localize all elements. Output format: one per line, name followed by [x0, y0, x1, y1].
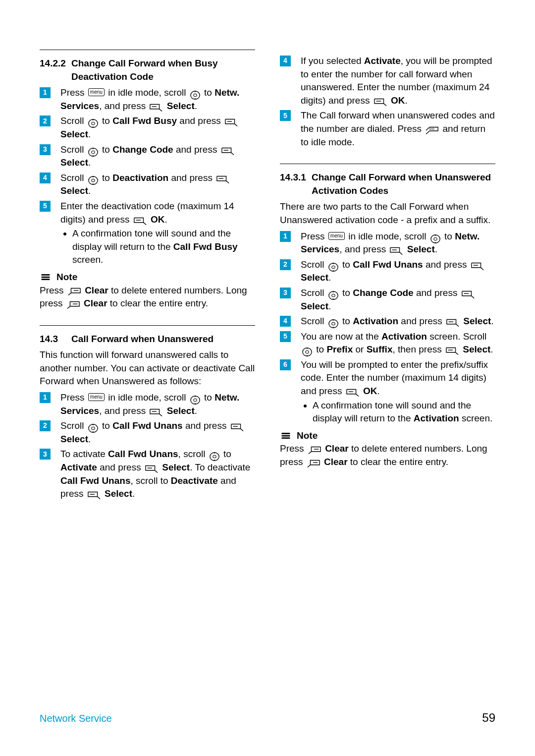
step-badge: 2: [40, 116, 51, 126]
softkey-right-icon: [224, 118, 238, 127]
softkey-right-icon: [216, 175, 230, 184]
nav-icon: [209, 451, 220, 462]
softkey-right-icon: [133, 217, 147, 226]
softkey-right-icon: [374, 98, 387, 107]
bullet-item: A confirmation tone will sound and the d…: [72, 227, 255, 267]
step-text: Scroll to Deactivation and press Select.: [60, 172, 255, 198]
footer-section: Network Service: [40, 711, 112, 725]
step-text: Scroll to Change Code and press Select.: [301, 287, 495, 313]
note-icon: [40, 272, 52, 283]
step-badge: 1: [40, 392, 51, 403]
step-badge: 5: [280, 110, 291, 121]
step-badge: 1: [40, 87, 51, 98]
step-badge: 1: [280, 231, 291, 242]
step-text: You are now at the Activation screen. Sc…: [301, 330, 495, 356]
note-body: Press Clear to delete entered numbers. L…: [40, 284, 255, 310]
bullet-item: A confirmation tone will sound and the d…: [313, 399, 495, 425]
step-item: 2 Scroll to Call Fwd Busy and press Sele…: [40, 115, 255, 141]
two-column-layout: 14.2.2 Change Call Forward when Busy Dea…: [40, 45, 495, 504]
step-item: 1 Press menu in idle mode, scroll to Net…: [40, 391, 255, 417]
heading-number: 14.3: [40, 333, 71, 346]
step-badge: 2: [40, 420, 51, 431]
step-item: 6 You will be prompted to enter the pref…: [280, 358, 495, 426]
heading-text: Call Forward when Unanswered: [71, 333, 255, 346]
step-text: Scroll to Activation and press Select.: [301, 315, 495, 328]
step-text: Scroll to Call Fwd Unans and press Selec…: [301, 258, 495, 285]
step-item: 2 Scroll to Call Fwd Unans and press Sel…: [40, 419, 255, 446]
step-item: 1 Press menu in idle mode, scroll to Net…: [280, 230, 495, 256]
step-text: Scroll to Call Fwd Busy and press Select…: [60, 115, 255, 141]
step-item: 1 Press menu in idle mode, scroll to Net…: [40, 86, 255, 113]
steps-14-2-2: 1 Press menu in idle mode, scroll to Net…: [40, 86, 255, 268]
right-column: 4 If you selected Activate, you will be …: [280, 45, 495, 504]
nav-icon: [328, 262, 339, 273]
note-heading: Note: [280, 429, 495, 443]
heading-text: Change Call Forward when Busy Deactivati…: [71, 57, 255, 83]
softkey-left-icon: [67, 287, 81, 296]
note-icon: [280, 430, 292, 441]
sub-bullets: A confirmation tone will sound and the d…: [301, 399, 495, 425]
step-item: 4 Scroll to Activation and press Select.: [280, 315, 495, 328]
intro-14-3-1: There are two parts to the Call Forward …: [280, 200, 495, 227]
softkey-right-icon: [445, 347, 459, 355]
step-item: 3 To activate Call Fwd Unans, scroll to …: [40, 448, 255, 500]
nav-icon: [88, 423, 99, 434]
step-badge: 4: [40, 173, 51, 183]
softkey-left-icon: [308, 446, 321, 455]
softkey-right-icon: [389, 246, 403, 255]
page-footer: Network Service 59: [40, 709, 495, 726]
divider: [40, 50, 255, 50]
note-body: Press Clear to delete entered numbers. L…: [280, 442, 495, 468]
menu-icon: menu: [88, 88, 105, 96]
softkey-right-icon: [87, 491, 101, 500]
step-text: You will be prompted to enter the prefix…: [301, 358, 495, 426]
step-badge: 3: [280, 288, 291, 298]
step-text: The Call forward when unanswered codes a…: [301, 109, 495, 149]
step-badge: 5: [40, 201, 51, 212]
step-item: 2 Scroll to Call Fwd Unans and press Sel…: [280, 258, 495, 285]
softkey-right-icon: [461, 290, 475, 299]
softkey-right-icon: [145, 465, 159, 473]
step-text: Press menu in idle mode, scroll to Netw.…: [60, 86, 255, 113]
step-badge: 3: [40, 144, 51, 155]
step-badge: 5: [280, 331, 291, 342]
step-text: Scroll to Change Code and press Select.: [60, 143, 255, 170]
step-item: 3 Scroll to Change Code and press Select…: [40, 143, 255, 170]
heading-number: 14.3.1: [280, 171, 312, 197]
step-item: 5 The Call forward when unanswered codes…: [280, 109, 495, 149]
nav-icon: [88, 118, 99, 129]
step-badge: 4: [280, 316, 291, 327]
divider: [40, 325, 255, 326]
softkey-right-icon: [149, 103, 163, 112]
sub-bullets: A confirmation tone will sound and the d…: [60, 227, 255, 267]
softkey-left-icon: [307, 459, 321, 468]
heading-14-3-1: 14.3.1 Change Call Forward when Unanswer…: [280, 171, 495, 197]
step-badge: 6: [280, 359, 291, 370]
nav-icon: [302, 347, 313, 357]
softkey-right-icon: [221, 147, 235, 156]
heading-text: Change Call Forward when Unanswered Acti…: [312, 171, 495, 197]
steps-14-3-1: 1 Press menu in idle mode, scroll to Net…: [280, 230, 495, 426]
step-item: 4 If you selected Activate, you will be …: [280, 55, 495, 107]
nav-icon: [190, 90, 201, 101]
step-text: Press menu in idle mode, scroll to Netw.…: [60, 391, 255, 417]
heading-14-2-2: 14.2.2 Change Call Forward when Busy Dea…: [40, 57, 255, 83]
intro-14-3: This function will forward unanswered ca…: [40, 349, 255, 388]
note-heading: Note: [40, 271, 255, 284]
left-column: 14.2.2 Change Call Forward when Busy Dea…: [40, 45, 255, 504]
heading-14-3: 14.3 Call Forward when Unanswered: [40, 333, 255, 346]
page-number: 59: [482, 709, 495, 726]
step-text: To activate Call Fwd Unans, scroll to Ac…: [60, 448, 255, 500]
nav-icon: [190, 395, 201, 406]
heading-number: 14.2.2: [40, 57, 71, 83]
nav-icon: [88, 147, 99, 158]
step-item: 4 Scroll to Deactivation and press Selec…: [40, 172, 255, 198]
softkey-left-icon: [66, 300, 80, 309]
step-text: If you selected Activate, you will be pr…: [301, 55, 495, 107]
step-item: 3 Scroll to Change Code and press Select…: [280, 287, 495, 313]
step-text: Press menu in idle mode, scroll to Netw.…: [301, 230, 495, 256]
step-item: 5 You are now at the Activation screen. …: [280, 330, 495, 356]
softkey-right-icon: [346, 388, 360, 397]
menu-icon: menu: [88, 393, 105, 401]
note-label: Note: [297, 429, 318, 443]
